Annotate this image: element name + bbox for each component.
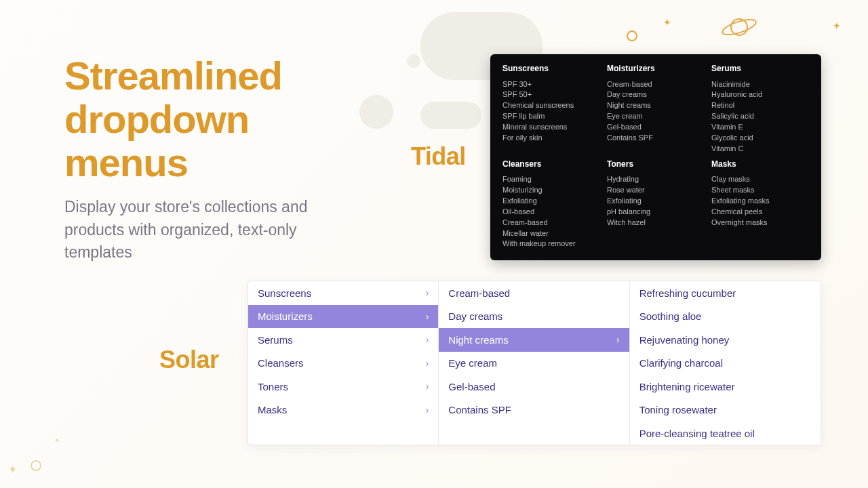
menu-item-label: Cream-based bbox=[448, 287, 510, 299]
tidal-menu-item[interactable]: Cream-based bbox=[502, 217, 600, 228]
solar-menu-item[interactable]: Moisturizers› bbox=[248, 305, 438, 329]
menu-item-label: Rejuvenating honey bbox=[639, 334, 730, 346]
tidal-menu-column: SerumsNiacinimideHyaluronic acidRetinolS… bbox=[711, 64, 809, 154]
solar-menu-item[interactable]: Rejuvenating honey bbox=[630, 328, 821, 352]
tidal-menu-heading[interactable]: Masks bbox=[711, 159, 809, 169]
tidal-menu-item[interactable]: Salicylic acid bbox=[711, 111, 809, 122]
tidal-menu-item[interactable]: Day creams bbox=[607, 89, 705, 100]
menu-item-label: Sunscreens bbox=[258, 287, 311, 299]
tidal-menu-item[interactable]: Eye cream bbox=[607, 111, 705, 122]
menu-item-label: Soothing aloe bbox=[639, 310, 702, 322]
solar-menu-item[interactable]: Masks› bbox=[248, 399, 438, 422]
chevron-right-icon: › bbox=[616, 334, 620, 345]
tidal-menu-column: MasksClay masksSheet masksExfoliating ma… bbox=[711, 159, 809, 249]
tidal-menu-item[interactable]: pH balancing bbox=[607, 206, 705, 217]
chevron-right-icon: › bbox=[426, 334, 429, 345]
chevron-right-icon: › bbox=[426, 405, 429, 415]
sparkle-icon: ✦ bbox=[54, 436, 60, 444]
tidal-menu-item[interactable]: Witch hazel bbox=[607, 217, 705, 228]
solar-menu-item[interactable]: Pore-cleansing teatree oil bbox=[630, 422, 821, 445]
solar-menu-item[interactable]: Night creams› bbox=[439, 328, 629, 352]
solar-menu-item[interactable]: Contains SPF bbox=[439, 399, 629, 422]
tidal-menu-item[interactable]: Exfoliating masks bbox=[711, 196, 809, 207]
tidal-menu-item[interactable]: Foaming bbox=[502, 174, 600, 185]
solar-menu-item[interactable]: Cleansers› bbox=[248, 352, 438, 375]
solar-menu-item[interactable]: Toning rosewater bbox=[630, 399, 821, 422]
menu-item-label: Serums bbox=[258, 334, 293, 346]
tidal-menu-item[interactable]: Niacinimide bbox=[711, 79, 809, 89]
tidal-menu-item[interactable]: Vitamin C bbox=[711, 143, 809, 154]
solar-menu-item[interactable]: Eye cream bbox=[439, 352, 629, 375]
tidal-menu-heading[interactable]: Cleansers bbox=[502, 159, 600, 169]
solar-menu-item[interactable]: Brightening ricewater bbox=[630, 375, 821, 399]
chevron-right-icon: › bbox=[426, 381, 429, 392]
solar-menu-item[interactable]: Soothing aloe bbox=[630, 305, 821, 329]
tidal-menu-column: TonersHydratingRose waterExfoliatingpH b… bbox=[607, 159, 705, 249]
tidal-menu-item[interactable]: Glycolic acid bbox=[711, 132, 809, 143]
solar-menu-level-2: Cream-basedDay creamsNight creams›Eye cr… bbox=[439, 281, 629, 445]
tidal-menu-item[interactable]: Chemical peels bbox=[711, 206, 809, 217]
solar-menu-item[interactable]: Clarifying charcoal bbox=[630, 352, 821, 375]
tidal-menu-item[interactable]: Retinol bbox=[711, 100, 809, 111]
tidal-menu-item[interactable]: SPF 50+ bbox=[502, 89, 600, 100]
menu-item-label: Toning rosewater bbox=[639, 404, 717, 415]
tidal-menu-item[interactable]: Vitamin E bbox=[711, 121, 809, 132]
solar-menu-item[interactable]: Day creams bbox=[439, 305, 629, 329]
tidal-menu-column: MoisturizersCream-basedDay creamsNight c… bbox=[607, 64, 705, 154]
solar-menu-item[interactable]: Gel-based bbox=[439, 375, 629, 399]
tidal-menu-item[interactable]: Night creams bbox=[607, 100, 705, 111]
sparkle-icon: ✦ bbox=[8, 463, 17, 476]
tidal-menu-heading[interactable]: Serums bbox=[711, 64, 809, 73]
tidal-menu-item[interactable]: Moisturizing bbox=[502, 185, 600, 196]
tidal-menu-item[interactable]: Cream-based bbox=[607, 79, 705, 89]
tidal-menu-item[interactable]: Hyaluronic acid bbox=[711, 89, 809, 100]
bg-blob bbox=[420, 102, 481, 129]
menu-item-label: Pore-cleansing teatree oil bbox=[639, 428, 755, 439]
tidal-menu-item[interactable]: SPF 30+ bbox=[502, 79, 600, 89]
bg-circle bbox=[359, 95, 393, 129]
solar-theme-label: Solar bbox=[159, 346, 219, 374]
tidal-menu-item[interactable]: With makeup remover bbox=[502, 239, 600, 249]
tidal-dropdown-menu: SunscreensSPF 30+SPF 50+Chemical sunscre… bbox=[490, 54, 821, 260]
solar-menu-item[interactable]: Serums› bbox=[248, 328, 438, 352]
chevron-right-icon: › bbox=[426, 358, 429, 369]
solar-menu-item[interactable]: Refreshing cucumber bbox=[630, 281, 821, 305]
svg-point-1 bbox=[721, 16, 757, 37]
tidal-menu-item[interactable]: Contains SPF bbox=[607, 132, 705, 143]
tidal-menu-item[interactable]: Rose water bbox=[607, 185, 705, 196]
tidal-menu-item[interactable]: For oily skin bbox=[502, 132, 600, 143]
menu-item-label: Brightening ricewater bbox=[639, 381, 735, 392]
menu-item-label: Night creams bbox=[448, 334, 508, 346]
ring-icon bbox=[31, 460, 41, 471]
tidal-menu-item[interactable]: Oil-based bbox=[502, 206, 600, 217]
tidal-menu-item[interactable]: Mineral sunscreens bbox=[502, 121, 600, 132]
hero-title: Streamlined dropdown menus bbox=[64, 54, 349, 184]
tidal-menu-item[interactable]: Sheet masks bbox=[711, 185, 809, 196]
hero-subtitle: Display your store's collections and pro… bbox=[64, 196, 349, 264]
tidal-menu-item[interactable]: Hydrating bbox=[607, 174, 705, 185]
tidal-menu-item[interactable]: Chemical sunscreens bbox=[502, 100, 600, 111]
tidal-menu-item[interactable]: Clay masks bbox=[711, 174, 809, 185]
tidal-menu-item[interactable]: Overnight masks bbox=[711, 217, 809, 228]
tidal-menu-item[interactable]: Exfoliating bbox=[502, 196, 600, 207]
tidal-menu-heading[interactable]: Moisturizers bbox=[607, 64, 705, 73]
tidal-menu-heading[interactable]: Toners bbox=[607, 159, 705, 169]
tidal-theme-label: Tidal bbox=[411, 142, 466, 171]
chevron-right-icon: › bbox=[426, 287, 429, 298]
ring-icon bbox=[627, 30, 637, 41]
tidal-menu-item[interactable]: SPF lip balm bbox=[502, 111, 600, 122]
tidal-menu-item[interactable]: Gel-based bbox=[607, 121, 705, 132]
solar-menu-item[interactable]: Toners› bbox=[248, 375, 438, 399]
solar-menu-level-3: Refreshing cucumberSoothing aloeRejuvena… bbox=[630, 281, 821, 445]
solar-menu-item[interactable]: Sunscreens› bbox=[248, 281, 438, 305]
sparkle-icon: ✦ bbox=[833, 20, 841, 31]
solar-menu-item[interactable]: Cream-based bbox=[439, 281, 629, 305]
tidal-menu-item[interactable]: Exfoliating bbox=[607, 196, 705, 207]
menu-item-label: Clarifying charcoal bbox=[639, 357, 723, 369]
menu-item-label: Cleansers bbox=[258, 357, 304, 369]
tidal-menu-item[interactable]: Micellar water bbox=[502, 228, 600, 239]
menu-item-label: Contains SPF bbox=[448, 404, 511, 415]
menu-item-label: Moisturizers bbox=[258, 310, 313, 322]
chevron-right-icon: › bbox=[426, 311, 429, 322]
tidal-menu-heading[interactable]: Sunscreens bbox=[502, 64, 600, 73]
